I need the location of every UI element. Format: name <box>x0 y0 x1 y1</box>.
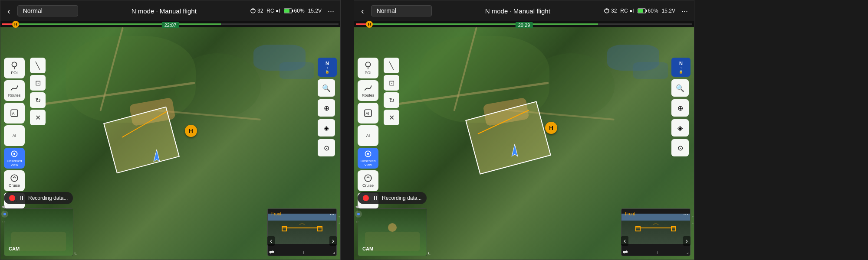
drone-front-icon-1: ⌒ <box>299 223 306 232</box>
rotate-button-2[interactable]: ↻ <box>384 92 399 108</box>
map-type-button-2[interactable]: ◈ <box>671 119 689 136</box>
search-button-2[interactable]: 🔍 <box>671 79 689 97</box>
draw-line-button-1[interactable]: ╲ <box>30 58 46 73</box>
edge-expand-button-1[interactable]: ◀ <box>1 204 8 209</box>
right-edge-up-2[interactable]: ↑ <box>692 214 694 219</box>
mode-badge-2[interactable]: Normal <box>371 5 432 16</box>
selection-button-1[interactable]: ⊡ <box>30 75 46 91</box>
ai-detect-button-1[interactable]: AI <box>4 103 25 124</box>
flight-mode-2: N mode · Manual flight <box>435 7 600 15</box>
map-type-button-1[interactable]: ◈ <box>318 119 335 136</box>
ai-button-1[interactable]: AI <box>4 125 25 146</box>
mode-badge-1[interactable]: Normal <box>17 5 78 16</box>
north-indicator-1[interactable]: N ↑ 🔒 <box>318 58 337 77</box>
right-edge-controls-1: ↑ ↓ <box>338 214 340 225</box>
back-button-1[interactable]: ‹ <box>4 4 14 18</box>
layers-button-1[interactable]: ⊕ <box>318 99 335 117</box>
front-thumb-more-1[interactable]: ··· <box>329 211 335 218</box>
front-down-arrow-1[interactable]: ↓ <box>302 250 305 254</box>
top-bar-2: ‹ Normal N mode · Manual flight 32 RC ●I… <box>354 0 694 21</box>
svg-text:AI: AI <box>12 111 15 116</box>
right-edge-up-1[interactable]: ↑ <box>338 214 340 219</box>
front-corner-1[interactable]: ⌟ <box>333 250 335 254</box>
record-bar-2[interactable]: ⏸ Recording data... <box>358 192 427 204</box>
rtk-icon-2 <box>604 8 610 14</box>
rtk-status-2: 32 <box>604 8 617 14</box>
map-area-1[interactable]: H POI Routes AI AI O <box>0 27 340 260</box>
more-button-2[interactable]: ··· <box>679 6 690 16</box>
front-down-arrow-2[interactable]: ↓ <box>656 250 658 254</box>
routes-button-2[interactable]: Routes <box>358 80 378 101</box>
front-thumb-controls-1: ‹ › <box>267 234 337 247</box>
cam-thumbnail-2[interactable]: CAM <box>358 208 427 256</box>
rc-status-1: RC ●I <box>266 8 280 14</box>
search-button-1[interactable]: 🔍 <box>318 79 335 97</box>
observed-view-button-1[interactable]: Observed View <box>4 148 25 169</box>
right-edge-down-1[interactable]: ↓ <box>338 220 340 225</box>
front-thumb-more-2[interactable]: ··· <box>683 211 688 218</box>
front-left-arrow-2[interactable]: ‹ <box>621 236 628 246</box>
ai-button-2[interactable]: AI <box>358 125 378 146</box>
svg-point-16 <box>365 62 370 67</box>
front-thumb-bottom-2: ⇌ ↓ ⌟ <box>621 247 690 256</box>
selection-button-2[interactable]: ⊡ <box>384 75 399 91</box>
front-switch-icon-1[interactable]: ⇌ <box>269 248 274 255</box>
close-button-2[interactable]: ✕ <box>384 110 399 125</box>
target-button-1[interactable]: ⊙ <box>318 139 335 156</box>
cruise-button-1[interactable]: Cruise <box>4 170 25 191</box>
observed-view-button-2[interactable]: Observed View <box>358 148 378 169</box>
left-edge-controls-1: ◀ ↔ <box>0 203 9 225</box>
edge-expand-button-2[interactable]: ◀ <box>355 204 362 209</box>
edge-arrows-1[interactable]: ↔ <box>1 219 8 224</box>
layers-button-2[interactable]: ⊕ <box>671 99 689 117</box>
svg-rect-3 <box>284 9 289 13</box>
draw-line-button-2[interactable]: ╲ <box>384 58 399 73</box>
drone-front-icon-2: ⌒ <box>652 223 659 232</box>
front-switch-icon-2[interactable]: ⇌ <box>623 248 628 255</box>
svg-rect-13 <box>646 10 647 12</box>
front-label-1: Front <box>271 211 281 216</box>
routes-button-1[interactable]: Routes <box>4 80 25 101</box>
more-button-1[interactable]: ··· <box>325 6 337 16</box>
pause-button-1[interactable]: ⏸ <box>19 195 25 202</box>
edge-circle-icon-2 <box>355 211 362 218</box>
front-corner-2[interactable]: ⌟ <box>687 250 689 254</box>
status-icons-2: 32 RC ●I 60% 15.2V ··· <box>604 6 690 16</box>
right-edge-down-2[interactable]: ↓ <box>692 220 694 225</box>
cam-thumbnail-1[interactable]: CAM <box>4 208 73 256</box>
front-left-arrow-1[interactable]: ‹ <box>267 236 275 246</box>
svg-text:AI: AI <box>365 111 369 116</box>
poi-button-1[interactable]: POI <box>4 58 25 78</box>
record-dot-1 <box>9 195 15 201</box>
front-right-arrow-2[interactable]: › <box>683 236 690 246</box>
time-badge-2: 20:29 <box>516 22 533 28</box>
target-button-2[interactable]: ⊙ <box>671 139 689 156</box>
battery-status-2: 60% <box>638 8 658 14</box>
left-sidebar-1: POI Routes AI AI Observed View Cruise ··… <box>4 58 25 208</box>
ai-detect-button-2[interactable]: AI <box>358 103 378 124</box>
front-thumb-bottom-1: ⇌ ↓ ⌟ <box>267 247 337 256</box>
svg-rect-14 <box>638 9 643 13</box>
rotate-button-1[interactable]: ↻ <box>30 92 46 108</box>
voltage-1: 15.2V <box>308 8 322 14</box>
cam-corner-icon-2: ⌞ <box>428 248 431 255</box>
close-button-1[interactable]: ✕ <box>30 110 46 125</box>
drone-marker-1 <box>150 149 163 164</box>
back-button-2[interactable]: ‹ <box>358 4 368 18</box>
north-indicator-2[interactable]: N ↑ 🔒 <box>671 58 690 77</box>
right-edge-controls-2: ↑ ↓ <box>692 214 694 225</box>
pause-button-2[interactable]: ⏸ <box>372 195 378 202</box>
home-marker-bar-1: H <box>12 21 19 28</box>
poi-button-2[interactable]: POI <box>358 58 378 78</box>
svg-point-10 <box>11 175 18 182</box>
flight-mode-1: N mode · Manual flight <box>82 7 247 15</box>
record-bar-1[interactable]: ⏸ Recording data... <box>4 192 73 204</box>
rtk-icon-1 <box>250 8 256 14</box>
voltage-2: 15.2V <box>662 8 675 14</box>
sidebar-col2-1: ╲ ⊡ ↻ ✕ <box>30 58 46 125</box>
front-right-arrow-1[interactable]: › <box>329 236 337 246</box>
cruise-button-2[interactable]: Cruise <box>358 170 378 191</box>
svg-rect-2 <box>292 10 293 12</box>
map-area-2[interactable]: H POI Routes AI AI O <box>354 27 694 260</box>
edge-arrows-2[interactable]: ↔ <box>355 219 362 224</box>
